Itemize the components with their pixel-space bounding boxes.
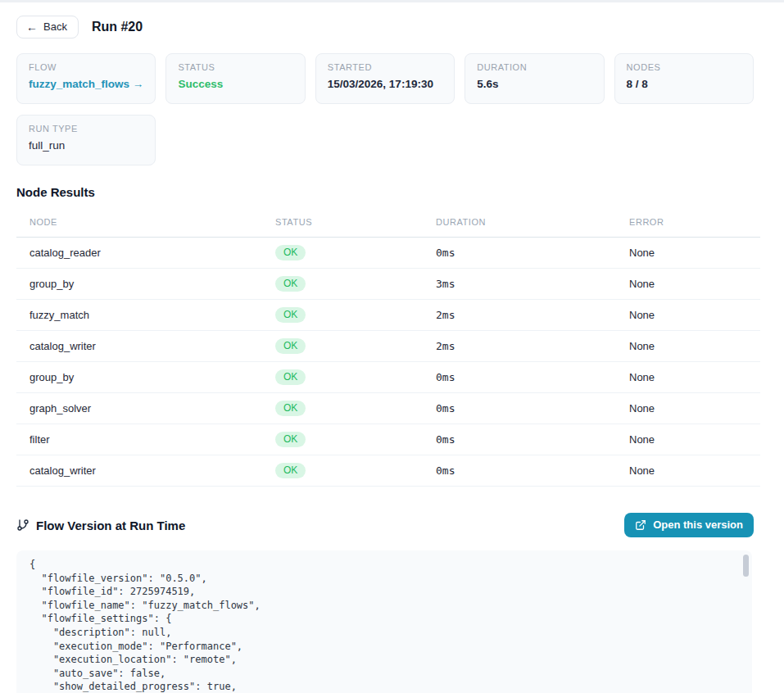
error-cell: None xyxy=(616,393,760,424)
column-header-status: STATUS xyxy=(262,207,423,238)
column-header-node: NODE xyxy=(16,207,262,238)
table-header-row: NODE STATUS DURATION ERROR xyxy=(16,207,760,238)
node-results-title: Node Results xyxy=(16,185,754,199)
node-name-cell: group_by xyxy=(16,362,262,393)
run-type-card-label: RUN TYPE xyxy=(29,124,143,134)
table-row: group_by OK 3ms None xyxy=(16,269,760,300)
error-cell: None xyxy=(616,331,760,362)
status-badge: OK xyxy=(275,463,306,478)
status-cell: OK xyxy=(262,393,423,424)
status-badge: OK xyxy=(275,307,306,323)
status-value: Success xyxy=(178,78,292,90)
node-name-cell: filter xyxy=(16,424,262,455)
node-results-body: catalog_reader OK 0ms None group_by OK 3… xyxy=(16,238,760,487)
table-row: catalog_writer OK 0ms None xyxy=(16,455,760,487)
flow-name: fuzzy_match_flows xyxy=(29,78,129,90)
node-name-cell: catalog_reader xyxy=(16,238,262,269)
flow-arrow-icon: → xyxy=(133,78,144,90)
duration-cell: 0ms xyxy=(423,238,616,269)
git-branch-icon xyxy=(16,519,29,532)
summary-cards-row-1: FLOW fuzzy_match_flows → STATUS Success … xyxy=(16,53,754,104)
run-type-card: RUN TYPE full_run xyxy=(16,115,156,165)
flow-link[interactable]: fuzzy_match_flows → xyxy=(29,78,143,90)
table-row: group_by OK 0ms None xyxy=(16,362,760,393)
external-link-icon xyxy=(635,519,646,531)
flow-version-title: Flow Version at Run Time xyxy=(36,519,185,532)
status-badge: OK xyxy=(275,276,306,292)
duration-cell: 0ms xyxy=(423,393,616,424)
status-cell: OK xyxy=(262,455,423,487)
status-cell: OK xyxy=(262,424,423,455)
flow-version-title-group: Flow Version at Run Time xyxy=(16,519,185,532)
node-name-cell: group_by xyxy=(16,269,262,300)
error-cell: None xyxy=(616,300,760,331)
duration-cell: 2ms xyxy=(423,331,616,362)
top-divider xyxy=(0,0,784,2)
flow-version-code-block[interactable]: { "flowfile_version": "0.5.0", "flowfile… xyxy=(16,550,752,693)
status-card: STATUS Success xyxy=(165,53,305,104)
error-cell: None xyxy=(616,362,760,393)
duration-cell: 2ms xyxy=(423,300,616,331)
status-cell: OK xyxy=(262,269,423,300)
status-cell: OK xyxy=(262,362,423,393)
table-row: filter OK 0ms None xyxy=(16,424,760,455)
status-badge: OK xyxy=(275,245,306,260)
error-cell: None xyxy=(616,424,760,455)
table-row: catalog_writer OK 2ms None xyxy=(16,331,760,362)
summary-cards-row-2: RUN TYPE full_run xyxy=(16,115,754,165)
page-header: ← Back Run #20 xyxy=(16,16,754,38)
column-header-duration: DURATION xyxy=(423,207,616,238)
started-card-label: STARTED xyxy=(328,62,442,72)
started-card: STARTED 15/03/2026, 17:19:30 xyxy=(315,53,455,104)
duration-value: 5.6s xyxy=(477,78,591,90)
back-button[interactable]: ← Back xyxy=(16,16,79,38)
column-header-error: ERROR xyxy=(616,207,760,238)
status-card-label: STATUS xyxy=(178,62,292,72)
back-button-label: Back xyxy=(43,20,67,33)
scrollbar-thumb[interactable] xyxy=(743,555,749,577)
open-version-button[interactable]: Open this version xyxy=(624,513,754,537)
duration-card-label: DURATION xyxy=(477,62,591,72)
duration-cell: 0ms xyxy=(423,455,616,487)
node-name-cell: graph_solver xyxy=(16,393,262,424)
table-row: graph_solver OK 0ms None xyxy=(16,393,760,424)
error-cell: None xyxy=(616,269,760,300)
error-cell: None xyxy=(616,455,760,487)
duration-card: DURATION 5.6s xyxy=(465,53,604,104)
table-row: catalog_reader OK 0ms None xyxy=(16,238,760,269)
run-type-value: full_run xyxy=(29,139,143,152)
status-badge: OK xyxy=(275,338,306,354)
node-results-table: NODE STATUS DURATION ERROR catalog_reade… xyxy=(16,207,760,487)
nodes-card-label: NODES xyxy=(627,62,741,72)
nodes-value: 8 / 8 xyxy=(627,78,741,90)
table-row: fuzzy_match OK 2ms None xyxy=(16,300,760,331)
status-cell: OK xyxy=(262,331,423,362)
node-name-cell: catalog_writer xyxy=(16,455,262,487)
duration-cell: 0ms xyxy=(423,362,616,393)
status-cell: OK xyxy=(262,238,423,269)
flow-version-json: { "flowfile_version": "0.5.0", "flowfile… xyxy=(16,550,752,693)
node-name-cell: catalog_writer xyxy=(16,331,262,362)
flow-card: FLOW fuzzy_match_flows → xyxy=(16,53,156,104)
status-badge: OK xyxy=(275,432,306,447)
run-detail-page: ← Back Run #20 FLOW fuzzy_match_flows → … xyxy=(16,16,754,693)
started-value: 15/03/2026, 17:19:30 xyxy=(328,78,442,90)
status-cell: OK xyxy=(262,300,423,331)
node-name-cell: fuzzy_match xyxy=(16,300,262,331)
status-badge: OK xyxy=(275,369,306,385)
back-arrow-icon: ← xyxy=(26,21,38,33)
open-version-button-label: Open this version xyxy=(653,519,743,531)
page-title: Run #20 xyxy=(92,20,143,34)
duration-cell: 0ms xyxy=(423,424,616,455)
error-cell: None xyxy=(616,238,760,269)
nodes-card: NODES 8 / 8 xyxy=(614,53,754,104)
flow-card-label: FLOW xyxy=(29,62,143,72)
status-badge: OK xyxy=(275,401,306,416)
duration-cell: 3ms xyxy=(423,269,616,300)
flow-version-header: Flow Version at Run Time Open this versi… xyxy=(16,513,754,537)
